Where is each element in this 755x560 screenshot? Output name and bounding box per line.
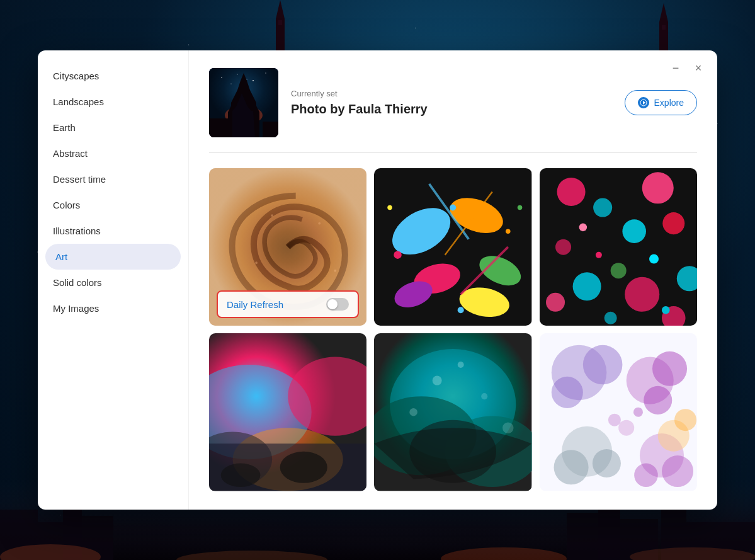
current-thumbnail-image [209,68,278,137]
dialog-controls: − × [667,59,707,77]
svg-point-63 [622,219,646,243]
sidebar-item-my-images[interactable]: My Images [38,295,188,321]
svg-point-109 [608,414,621,426]
svg-point-21 [221,77,222,78]
svg-rect-11 [567,513,598,560]
svg-point-66 [572,272,601,300]
svg-point-55 [388,205,393,210]
image-card-teal[interactable] [374,333,531,491]
currently-set-label: Currently set [291,89,612,98]
image-card-abstract1[interactable] [209,333,366,491]
image-card-watercolor[interactable] [540,333,697,491]
sidebar-item-colors[interactable]: Colors [38,192,188,218]
main-content: Currently set Photo by Faula Thierry Exp… [189,50,717,510]
svg-point-28 [231,112,256,125]
svg-point-50 [450,205,456,211]
image-card-splatter[interactable] [540,168,697,326]
svg-point-103 [553,450,588,485]
image-card-splashes[interactable] [374,168,531,326]
svg-point-98 [551,377,582,408]
explore-button[interactable]: Explore [625,90,697,115]
settings-dialog: − × CityscapesLandscapesEarthAbstractDes… [38,50,717,510]
sidebar-item-dessert-time[interactable]: Dessert time [38,166,188,192]
sidebar-item-abstract[interactable]: Abstract [38,140,188,166]
svg-point-100 [652,351,687,386]
close-button[interactable]: × [690,59,707,77]
svg-point-67 [625,277,659,312]
current-info: Currently set Photo by Faula Thierry [291,89,612,117]
svg-point-25 [231,84,232,84]
svg-rect-33 [263,122,278,137]
daily-refresh-panel: Daily Refresh [217,290,359,318]
minimize-button[interactable]: − [667,59,684,77]
svg-point-26 [246,79,247,79]
svg-point-69 [546,293,565,312]
image-grid: Daily Refresh [209,168,697,491]
svg-point-108 [618,420,634,436]
svg-point-22 [237,74,237,74]
svg-rect-32 [209,118,228,137]
svg-point-107 [634,464,658,488]
photo-title: Photo by Faula Thierry [291,102,612,117]
svg-point-90 [433,376,442,386]
svg-point-73 [579,224,587,232]
svg-point-61 [593,198,612,217]
daily-refresh-toggle[interactable] [326,298,349,311]
svg-point-91 [482,393,488,399]
sidebar-item-illustrations[interactable]: Illustrations [38,218,188,244]
svg-marker-35 [643,101,645,105]
svg-point-52 [394,251,402,259]
current-set-header: Currently set Photo by Faula Thierry Exp… [209,68,697,153]
svg-point-62 [642,172,673,203]
svg-point-104 [593,449,621,477]
image-card-swirl[interactable]: Daily Refresh [209,168,366,326]
svg-point-84 [221,464,261,488]
current-thumbnail [209,68,278,137]
svg-point-83 [280,452,327,483]
svg-point-65 [662,212,684,234]
svg-point-92 [410,408,418,416]
svg-point-24 [265,72,266,73]
sidebar: CityscapesLandscapesEarthAbstractDessert… [38,50,189,510]
svg-point-60 [557,178,585,206]
sidebar-item-art[interactable]: Art [45,244,181,270]
svg-point-93 [502,423,514,434]
svg-point-51 [506,229,511,234]
explore-icon [638,97,649,108]
sidebar-item-cityscapes[interactable]: Cityscapes [38,63,188,89]
svg-point-72 [604,312,616,324]
svg-point-74 [649,254,659,263]
explore-label: Explore [654,98,684,108]
sidebar-item-earth[interactable]: Earth [38,115,188,140]
svg-point-110 [633,408,643,417]
svg-point-23 [253,80,254,81]
svg-rect-12 [598,506,620,560]
svg-point-97 [582,345,622,385]
sidebar-item-solid-colors[interactable]: Solid colors [38,270,188,295]
svg-point-53 [518,205,523,210]
svg-point-112 [674,409,696,431]
svg-point-70 [610,263,626,278]
svg-point-64 [555,239,571,255]
svg-point-106 [662,455,693,487]
svg-point-76 [662,306,670,314]
svg-point-101 [644,386,672,414]
svg-point-75 [596,252,602,258]
svg-point-94 [458,362,464,368]
daily-refresh-label: Daily Refresh [227,299,283,310]
svg-point-54 [458,307,464,313]
sidebar-item-landscapes[interactable]: Landscapes [38,89,188,115]
